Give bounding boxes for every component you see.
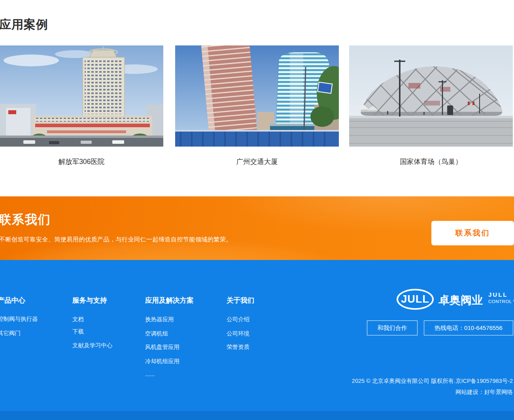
stadium-illustration	[349, 45, 513, 147]
cooperate-button[interactable]: 和我们合作	[367, 320, 418, 335]
footer-link-more[interactable]: ......	[145, 371, 155, 377]
footer-link-company-env[interactable]: 公司环境	[227, 330, 249, 337]
cta-heading: 联系我们	[0, 211, 51, 228]
bottom-bar	[0, 411, 514, 420]
footer-column-title: 应用及解决方案	[145, 296, 194, 305]
hospital-illustration	[0, 45, 163, 147]
case-caption-hospital: 解放军306医院	[0, 157, 163, 166]
case-photo-birds-nest	[349, 45, 513, 147]
footer-column-title: 服务与支持	[72, 296, 107, 305]
brand-en-line2: CONTROL VALVE	[488, 299, 514, 304]
footer-column-title: 产品中心	[0, 296, 25, 305]
case-card-hospital[interactable]: 解放军306医院	[0, 45, 163, 166]
footer-link-company-intro[interactable]: 公司介绍	[227, 316, 249, 323]
case-caption-traffic-tower: 广州交通大厦	[175, 157, 339, 166]
footer-link-control-valves[interactable]: 控制阀与执行器	[0, 315, 38, 323]
footer-column-title: 关于我们	[227, 296, 254, 305]
case-card-traffic-tower[interactable]: 广州交通大厦	[175, 45, 339, 166]
page-root: 应用案例	[0, 0, 514, 420]
brand-name-english: JULL CONTROL VALVE	[488, 291, 514, 304]
footer-link-other-valves[interactable]: 其它阀门	[0, 330, 21, 337]
site-footer: 产品中心 控制阀与执行器 其它阀门 服务与支持 文档 下载 文献及学习中心 应用…	[0, 260, 514, 411]
contact-us-button[interactable]: 联系我们	[431, 221, 514, 245]
copyright-text: 2025 © 北京卓奥阀业有限公司 版权所有.京ICP备19057983号-2	[352, 377, 513, 385]
site-credit-link[interactable]: 网站建设：好年景网络	[455, 388, 513, 396]
footer-link-download[interactable]: 下载	[72, 328, 84, 335]
contact-cta-section: 联系我们 不断创造可靠安全、简便易用的优质产品，与行业同仁一起缔造自控节能领域的…	[0, 196, 514, 260]
footer-link-docs[interactable]: 文档	[72, 316, 84, 323]
hotline-button[interactable]: 热线电话：010-64576556	[424, 320, 513, 335]
case-photo-hospital	[0, 45, 163, 147]
cases-section-title: 应用案例	[0, 17, 48, 33]
footer-link-fan-coil[interactable]: 风机盘管应用	[145, 343, 180, 351]
brand-en-line1: JULL	[488, 291, 514, 298]
brand-name-chinese: 卓奥阀业	[438, 293, 483, 308]
tower-illustration	[175, 45, 339, 147]
footer-link-cooling-unit[interactable]: 冷却机组应用	[145, 358, 180, 365]
case-photo-traffic-tower	[175, 45, 339, 147]
case-caption-birds-nest: 国家体育场（鸟巢）	[349, 157, 513, 166]
footer-link-learning-center[interactable]: 文献及学习中心	[72, 342, 113, 349]
jull-oval-logo: JULL	[397, 289, 434, 310]
footer-link-honors[interactable]: 荣誉资质	[227, 343, 249, 351]
cta-description: 不断创造可靠安全、简便易用的优质产品，与行业同仁一起缔造自控节能领域的繁荣。	[0, 236, 232, 243]
footer-link-ac-unit[interactable]: 空调机组	[145, 330, 168, 337]
footer-link-heat-exchanger[interactable]: 换热器应用	[145, 316, 174, 323]
case-card-birds-nest[interactable]: 国家体育场（鸟巢）	[349, 45, 513, 166]
